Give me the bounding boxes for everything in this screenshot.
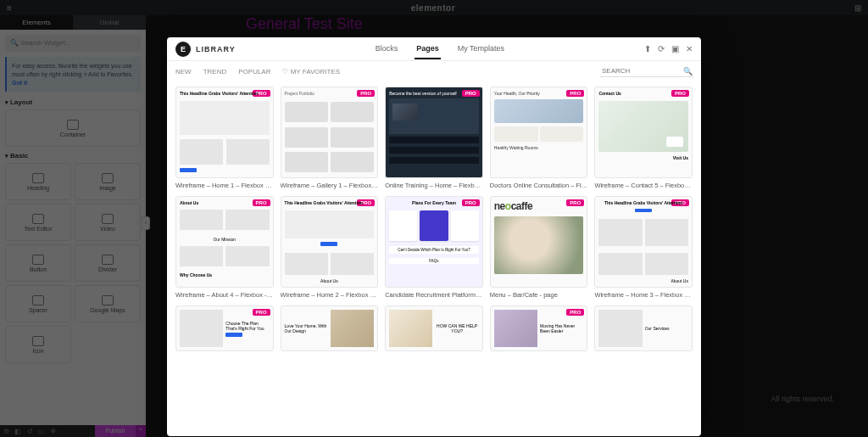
template-card: PROPlans For Every TeamCan't Decide Whic… bbox=[385, 196, 483, 299]
template-thumbnail[interactable]: PROYour Health, Our PriorityHealthy Wait… bbox=[490, 87, 588, 178]
template-title: Online Training – Home – Flexbox - ... bbox=[385, 182, 483, 189]
tab-blocks[interactable]: Blocks bbox=[374, 39, 400, 59]
template-card: PROAbout UsOur MissionWhy Choose UsWiref… bbox=[175, 196, 274, 299]
template-thumbnail[interactable]: PROneocaffe bbox=[490, 196, 588, 288]
library-search[interactable] bbox=[600, 65, 693, 77]
template-thumbnail[interactable]: PROBecome the best version of yourself bbox=[385, 87, 483, 178]
template-title: Candidate Recruitment Platform – p... bbox=[385, 291, 483, 299]
library-title: LIBRARY bbox=[196, 45, 236, 53]
template-title: Wireframe – Home 1 – Flexbox - page bbox=[175, 182, 274, 189]
template-card: PROMoving Has Never Been Easier bbox=[490, 305, 588, 351]
library-modal: E LIBRARY Blocks Pages My Templates ⬆ ⟳ … bbox=[167, 37, 701, 436]
template-title: Wireframe – Home 2 – Flexbox - page bbox=[281, 291, 379, 299]
template-thumbnail[interactable]: HOW CAN WE HELP YOU? bbox=[385, 305, 483, 351]
template-title: Wireframe – About 4 – Flexbox - page bbox=[175, 291, 274, 299]
sync-icon[interactable]: ⟳ bbox=[658, 44, 665, 53]
import-icon[interactable]: ⬆ bbox=[644, 44, 651, 53]
filter-new[interactable]: NEW bbox=[175, 68, 192, 76]
template-thumbnail[interactable]: Love Your Home, With Our Design bbox=[281, 305, 379, 351]
template-thumbnail[interactable]: PROPlans For Every TeamCan't Decide Whic… bbox=[385, 196, 483, 288]
library-tabs: Blocks Pages My Templates bbox=[374, 39, 506, 59]
template-thumbnail[interactable]: PROAbout UsOur MissionWhy Choose Us bbox=[175, 196, 274, 288]
save-icon[interactable]: ▣ bbox=[671, 44, 679, 53]
templates-grid: PROThis Headline Grabs Visitors' Attenti… bbox=[167, 81, 701, 436]
template-thumbnail[interactable]: PROProject Portfolio bbox=[281, 87, 379, 178]
template-card: Our Services bbox=[594, 305, 693, 351]
template-card: PROThis Headline Grabs Visitors' Attenti… bbox=[594, 196, 693, 299]
template-thumbnail[interactable]: PROMoving Has Never Been Easier bbox=[490, 305, 588, 351]
tab-pages[interactable]: Pages bbox=[415, 39, 441, 59]
template-title: Wireframe – Contact 5 – Flexbox - p... bbox=[594, 182, 693, 189]
template-card: PROYour Health, Our PriorityHealthy Wait… bbox=[490, 87, 588, 189]
template-card: PROChoose The Plan That's Right For You bbox=[175, 305, 274, 351]
template-card: PROBecome the best version of yourselfOn… bbox=[385, 87, 483, 189]
template-title: Wireframe – Gallery 1 – Flexbox - pa... bbox=[281, 182, 379, 189]
template-card: HOW CAN WE HELP YOU? bbox=[385, 305, 483, 351]
template-thumbnail[interactable]: PROThis Headline Grabs Visitors' Attenti… bbox=[281, 196, 379, 288]
template-card: PROThis Headline Grabs Visitors' Attenti… bbox=[281, 196, 379, 299]
filter-trend[interactable]: TREND bbox=[203, 68, 227, 76]
library-filters: NEW TREND POPULAR MY FAVORITES 🔍 bbox=[167, 61, 701, 81]
filter-popular[interactable]: POPULAR bbox=[238, 68, 270, 76]
template-card: PROProject PortfolioWireframe – Gallery … bbox=[281, 87, 379, 189]
template-title: Wireframe – Home 3 – Flexbox - page bbox=[594, 291, 693, 299]
template-card: PROContact UsVisit UsWireframe – Contact… bbox=[594, 87, 693, 189]
tab-my-templates[interactable]: My Templates bbox=[456, 39, 506, 59]
template-thumbnail[interactable]: PROThis Headline Grabs Visitors' Attenti… bbox=[594, 196, 693, 288]
template-thumbnail[interactable]: Our Services bbox=[594, 305, 693, 351]
filter-favorites[interactable]: MY FAVORITES bbox=[282, 68, 340, 76]
modal-header: E LIBRARY Blocks Pages My Templates ⬆ ⟳ … bbox=[167, 37, 701, 61]
template-card: Love Your Home, With Our Design bbox=[281, 305, 379, 351]
template-card: PROThis Headline Grabs Visitors' Attenti… bbox=[175, 87, 274, 189]
template-thumbnail[interactable]: PROContact UsVisit Us bbox=[594, 87, 693, 178]
template-title: Doctors Online Consultation – Flexb... bbox=[490, 182, 588, 189]
search-icon: 🔍 bbox=[683, 67, 693, 76]
template-title: Menu – Bar/Cafe - page bbox=[490, 291, 588, 299]
close-icon[interactable]: ✕ bbox=[686, 44, 693, 53]
template-card: PROneocaffeMenu – Bar/Cafe - page bbox=[490, 196, 588, 299]
template-thumbnail[interactable]: PROChoose The Plan That's Right For You bbox=[175, 305, 274, 351]
elementor-icon: E bbox=[175, 42, 191, 57]
template-thumbnail[interactable]: PROThis Headline Grabs Visitors' Attenti… bbox=[175, 87, 274, 178]
